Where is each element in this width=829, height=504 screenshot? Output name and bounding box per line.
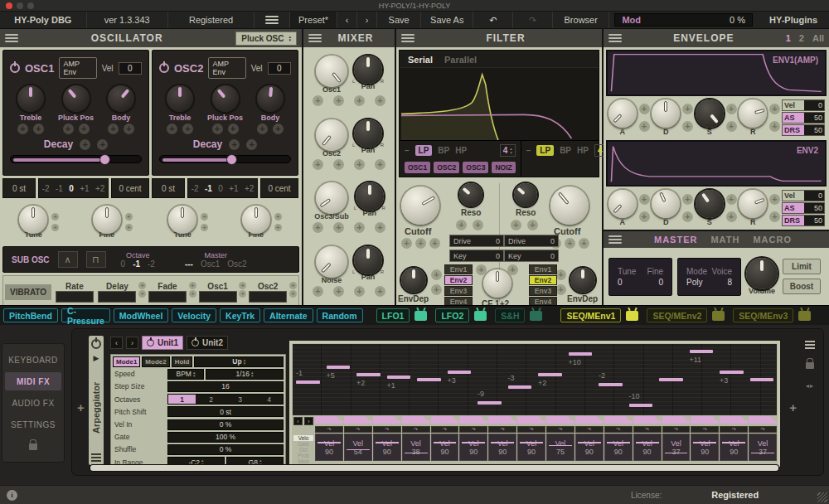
velocity-cell[interactable]: Vel90 (691, 434, 719, 461)
mixer-level-knob[interactable] (316, 182, 347, 214)
env-d-knob[interactable] (652, 99, 680, 128)
mod-plus-button[interactable]: + (138, 290, 146, 298)
tie-cell[interactable]: ↷ (720, 426, 748, 433)
vibrato-field-input[interactable] (98, 291, 136, 303)
tune-selector[interactable]: -2-10+1+2 (187, 178, 258, 198)
mod-plus-button[interactable]: + (726, 104, 737, 114)
semitone-box[interactable]: 0 st (152, 178, 185, 198)
arp-setting-value[interactable]: 0 % (167, 444, 284, 455)
preset-field[interactable]: Preset* (290, 12, 337, 28)
velocity-cell[interactable]: Vel90 (315, 434, 343, 461)
info-icon[interactable]: i (7, 490, 17, 501)
add-unit-left-button[interactable]: + (77, 400, 85, 414)
browser-button[interactable]: Browser (553, 12, 610, 28)
mod-plus-button[interactable]: + (333, 222, 344, 233)
mod-plus-button[interactable]: + (579, 238, 589, 249)
mod-source-pitchbend[interactable]: PitchBend (3, 308, 58, 322)
mixer-level-knob[interactable] (316, 56, 347, 87)
gate-bar[interactable] (749, 416, 777, 424)
tune-option[interactable]: -1 (205, 184, 212, 193)
mod-plus-button[interactable]: + (456, 220, 467, 230)
tune-option[interactable]: 0 (69, 184, 74, 193)
env-box-vel[interactable]: Vel0 (782, 190, 825, 201)
mod-plus-button[interactable]: + (375, 286, 385, 297)
pitch-bar[interactable] (599, 383, 623, 386)
mod-plus-button[interactable]: + (415, 238, 426, 249)
mod-plus-button[interactable]: + (565, 238, 575, 249)
unit-next-button[interactable]: › (126, 337, 138, 349)
filter-input-osc1[interactable]: OSC1 (405, 162, 430, 173)
pitch-bar[interactable] (720, 371, 744, 374)
mixer-level-knob[interactable] (316, 119, 347, 151)
gate-bar[interactable] (691, 416, 719, 424)
mod-plus-button[interactable]: + (769, 104, 780, 114)
mod-plus-button[interactable]: + (63, 124, 74, 134)
velocity-cell[interactable]: Vel38 (402, 434, 430, 461)
mod-plus-button[interactable]: + (313, 286, 323, 297)
unit-prev-button[interactable]: ‹ (110, 337, 123, 349)
resize-grip[interactable] (817, 492, 827, 502)
velocity-cell[interactable]: Vel90 (431, 434, 459, 461)
filter-type-–[interactable]: – (526, 146, 531, 155)
semitone-box[interactable]: 0 st (2, 178, 36, 198)
mod-plus-button[interactable]: + (333, 286, 344, 297)
mod-plus-button[interactable]: + (476, 264, 487, 275)
key-box[interactable]: Key0 (449, 250, 504, 262)
osc-vel-value[interactable]: 0 (268, 62, 291, 75)
arp-mode1-tab[interactable]: Mode1 (113, 356, 140, 367)
mod-plus-button[interactable]: + (239, 282, 246, 289)
pitch-bar[interactable] (296, 380, 320, 384)
envelope-display[interactable]: ENV1(AMP) (606, 50, 827, 96)
octave-option[interactable]: 4 (255, 395, 283, 404)
mod-plus-button[interactable]: + (189, 290, 196, 298)
amp-env-button[interactable]: AMP Env (208, 57, 245, 79)
arp-setting-pre[interactable]: BPM▴▾ (167, 369, 204, 380)
mod-plus-button[interactable]: + (473, 220, 483, 230)
pitch-bar[interactable] (387, 376, 411, 379)
body-knob[interactable] (108, 85, 134, 112)
velocity-cell[interactable]: Vel37 (662, 434, 691, 461)
master-voice-group[interactable]: ModeVoice Poly8 (677, 258, 741, 296)
pitch-bar[interactable] (629, 404, 653, 407)
vibrato-field-input[interactable] (56, 291, 94, 303)
tune-option[interactable]: +1 (229, 184, 238, 193)
mod-plus-button[interactable]: + (313, 222, 323, 233)
env-s-knob[interactable] (696, 190, 724, 218)
tie-cell[interactable]: ↷ (373, 426, 401, 433)
master-tab-math[interactable]: MATH (710, 235, 739, 245)
pan-knob[interactable] (354, 246, 382, 274)
tune-option[interactable]: +1 (80, 184, 89, 193)
env-box-as[interactable]: AS50 (782, 112, 825, 124)
sidebar-item-settings[interactable]: SETTINGS (5, 415, 61, 434)
mod-plus-button[interactable]: + (125, 213, 133, 220)
mod-source-lfo2[interactable]: LFO2 (435, 308, 469, 322)
oscillator-menu-icon[interactable] (5, 34, 18, 42)
gate-bar[interactable] (431, 416, 459, 424)
tv-icon[interactable] (798, 311, 811, 321)
gate-bar[interactable] (517, 416, 545, 424)
master-tab-master[interactable]: MASTER (654, 235, 697, 245)
tie-cell[interactable]: ↷ (431, 426, 459, 433)
osc-type-select[interactable]: Pluck OSC▴▾ (235, 32, 297, 46)
pitch-grid[interactable]: -1+5+2+1+3-9-3+2+10-2-10+11+3 (293, 344, 777, 415)
tie-cell[interactable]: ↷ (344, 426, 372, 433)
tune-option[interactable]: +2 (245, 184, 254, 193)
sub-master-option[interactable]: Osc1 (201, 259, 220, 269)
arp-setting-value[interactable]: 0 st (167, 406, 284, 417)
tune-knob[interactable] (168, 206, 196, 234)
velocity-cell[interactable]: Vel90 (633, 434, 662, 461)
volume-knob[interactable] (746, 258, 778, 289)
pitch-bar[interactable] (448, 371, 472, 374)
gate-bar[interactable] (459, 416, 487, 424)
mod-plus-button[interactable]: + (79, 124, 90, 134)
sidebar-item-keyboard[interactable]: KEYBOARD (5, 351, 61, 369)
env-box-vel[interactable]: Vel0 (782, 99, 825, 111)
sub-wave-triangle-button[interactable]: ∧ (58, 251, 78, 268)
add-unit-right-button[interactable]: + (789, 400, 797, 414)
mod-plus-button[interactable]: + (167, 124, 177, 134)
gate-bar[interactable] (633, 416, 662, 424)
tune-selector[interactable]: -2-10+1+2 (38, 178, 109, 198)
env-box-drs[interactable]: DRS50 (782, 124, 825, 136)
tie-cell[interactable]: ↷ (546, 426, 574, 433)
mod-plus-button[interactable]: + (51, 213, 59, 220)
